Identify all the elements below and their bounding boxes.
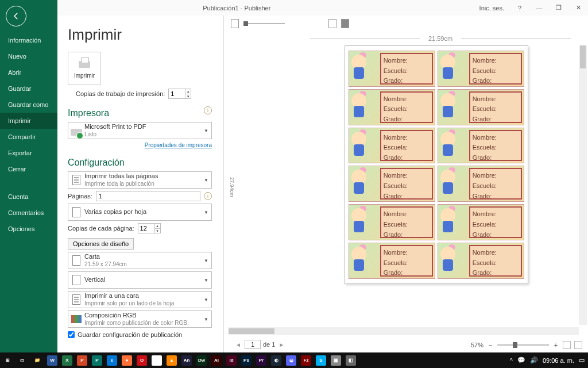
taskbar-app-vlc[interactable]: ▲ <box>164 352 179 368</box>
chevron-down-icon: ▼ <box>201 278 211 283</box>
taskbar-app-an[interactable]: An <box>179 352 194 368</box>
chevron-down-icon: ▼ <box>201 297 211 302</box>
label-card: Nombre:Escuela:Grado:Grupo: <box>438 204 524 240</box>
printer-select[interactable]: Microsoft Print to PDF Listo ▼ <box>68 122 212 139</box>
chevron-down-icon: ▼ <box>201 210 211 215</box>
taskbar-app-app2[interactable]: ▦ <box>328 352 343 368</box>
pages-input[interactable] <box>96 191 200 201</box>
back-button[interactable] <box>6 6 26 26</box>
sidebar-item-comentarios[interactable]: Comentarios <box>0 205 57 221</box>
view-mode-button[interactable] <box>574 341 582 349</box>
layout-options-button[interactable]: Opciones de diseño <box>68 238 134 250</box>
tray-action-center-icon[interactable]: 💬 <box>517 356 525 364</box>
info-icon[interactable]: i <box>204 106 212 114</box>
sign-in-link[interactable]: Inic. ses. <box>474 5 510 12</box>
taskbar-app-word[interactable]: W <box>45 352 60 368</box>
printer-heading: Impresora <box>68 108 109 118</box>
taskbar-app-task[interactable]: ▭ <box>15 352 30 368</box>
taskbar-app-ppt[interactable]: P <box>75 352 90 368</box>
help-button[interactable]: ? <box>510 0 529 16</box>
scrollbar-horizontal[interactable] <box>229 327 579 335</box>
scrollbar-vertical[interactable] <box>579 45 587 325</box>
sidebar-item-informacion[interactable]: Información <box>0 32 57 48</box>
printer-properties-link[interactable]: Propiedades de impresora <box>145 142 212 148</box>
copies-spinner[interactable]: ▲▼ <box>168 89 191 99</box>
preview-layout-icon[interactable] <box>328 19 336 28</box>
taskbar-app-publisher[interactable]: P <box>90 352 105 368</box>
print-button[interactable]: Imprimir <box>68 52 101 85</box>
windows-taskbar: ⊞▭📁WXPPe●O◉▲AnDwAiIdPsPr◐◒FzS▦◧ ^ 💬 🔊 09… <box>0 352 588 368</box>
sidebar-item-cerrar[interactable]: Cerrar <box>0 161 57 177</box>
pages-icon <box>72 175 80 185</box>
taskbar-app-app3[interactable]: ◧ <box>343 352 358 368</box>
copies-input[interactable] <box>169 89 185 98</box>
taskbar-app-dw[interactable]: Dw <box>194 352 209 368</box>
sidebar-item-nuevo[interactable]: Nuevo <box>0 48 57 64</box>
tray-notifications-icon[interactable]: ▭ <box>579 356 585 364</box>
duplex-select[interactable]: Imprimir a una cara Imprimir solo por un… <box>68 291 212 308</box>
sidebar-item-exportar[interactable]: Exportar <box>0 145 57 161</box>
save-config-checkbox[interactable]: Guardar configuración de publicación <box>68 331 212 338</box>
spin-down-icon[interactable]: ▼ <box>155 229 160 233</box>
copies-each-input[interactable] <box>138 224 154 233</box>
fit-page-button[interactable] <box>563 341 571 349</box>
preview-ruler-toggle[interactable] <box>341 19 349 28</box>
system-tray[interactable]: ^ 💬 🔊 09:06 a. m. ▭ <box>510 356 588 364</box>
close-button[interactable]: ✕ <box>568 0 588 16</box>
info-icon[interactable]: i <box>204 192 212 200</box>
taskbar-app-steam[interactable]: ◐ <box>269 352 284 368</box>
tray-clock[interactable]: 09:06 a. m. <box>543 357 574 364</box>
taskbar-app-id[interactable]: Id <box>224 352 239 368</box>
chevron-down-icon: ▼ <box>201 178 211 183</box>
sidebar-item-opciones[interactable]: Opciones <box>0 221 57 237</box>
sidebar-item-compartir[interactable]: Compartir <box>0 129 57 145</box>
window-titlebar: Publicación1 - Publisher Inic. ses. ? — … <box>0 0 588 16</box>
maximize-button[interactable]: ❐ <box>549 0 568 16</box>
paper-size-select[interactable]: Carta 21.59 x 27.94cm ▼ <box>68 252 212 269</box>
zoom-level: 57% <box>471 342 483 348</box>
taskbar-app-s[interactable]: S <box>314 352 328 368</box>
page-number-input[interactable] <box>245 340 261 349</box>
page-prev-button[interactable]: ◄ <box>234 340 242 348</box>
taskbar-app-explorer[interactable]: 📁 <box>30 352 45 368</box>
page-nav: ◄ de 1 ► <box>234 340 285 349</box>
spin-down-icon[interactable]: ▼ <box>185 94 191 99</box>
taskbar-app-chrome[interactable]: ◉ <box>149 352 164 368</box>
page-next-button[interactable]: ► <box>277 340 285 348</box>
minimize-button[interactable]: — <box>529 0 549 16</box>
tray-volume-icon[interactable]: 🔊 <box>530 356 538 364</box>
label-card: Nombre:Escuela:Grado:Grupo: <box>349 128 435 164</box>
copies-each-spinner[interactable]: ▲▼ <box>138 223 161 233</box>
color-select[interactable]: Composición RGB Imprimir como publicació… <box>68 310 212 328</box>
sidebar-item-cuenta[interactable]: Cuenta <box>0 189 57 205</box>
print-range-select[interactable]: Imprimir todas las páginas Imprime toda … <box>68 171 212 189</box>
taskbar-app-ai[interactable]: Ai <box>209 352 224 368</box>
taskbar-app-discord[interactable]: ◒ <box>284 352 299 368</box>
taskbar-app-excel[interactable]: X <box>60 352 75 368</box>
taskbar-app-app1[interactable]: Fz <box>299 352 314 368</box>
taskbar-app-opera[interactable]: O <box>134 352 149 368</box>
copies-per-sheet-select[interactable]: Varias copias por hoja ▼ <box>68 204 212 221</box>
sidebar-item-abrir[interactable]: Abrir <box>0 64 57 80</box>
taskbar-app-firefox[interactable]: ● <box>119 352 134 368</box>
zoom-slider[interactable] <box>497 344 549 346</box>
spin-up-icon[interactable]: ▲ <box>185 89 191 94</box>
preview-page-slider[interactable] <box>243 23 285 24</box>
taskbar-app-ps[interactable]: Ps <box>239 352 254 368</box>
zoom-in-button[interactable]: + <box>552 342 559 348</box>
pages-label: Páginas: <box>68 193 92 200</box>
page-total: de 1 <box>263 341 275 348</box>
label-card: Nombre:Escuela:Grado:Grupo: <box>438 243 524 279</box>
preview-page-icon[interactable] <box>231 19 239 28</box>
sidebar-item-guardar[interactable]: Guardar <box>0 80 57 97</box>
label-card: Nombre:Escuela:Grado:Grupo: <box>438 89 524 125</box>
orientation-select[interactable]: Vertical ▼ <box>68 271 212 289</box>
taskbar-app-start[interactable]: ⊞ <box>0 352 15 368</box>
tray-chevron-icon[interactable]: ^ <box>510 357 513 364</box>
taskbar-app-edge[interactable]: e <box>105 352 119 368</box>
sidebar-item-imprimir[interactable]: Imprimir <box>0 113 57 129</box>
sidebar-item-guardar-como[interactable]: Guardar como <box>0 97 57 113</box>
taskbar-app-pr[interactable]: Pr <box>254 352 269 368</box>
zoom-out-button[interactable]: − <box>487 342 494 348</box>
spin-up-icon[interactable]: ▲ <box>155 224 160 229</box>
